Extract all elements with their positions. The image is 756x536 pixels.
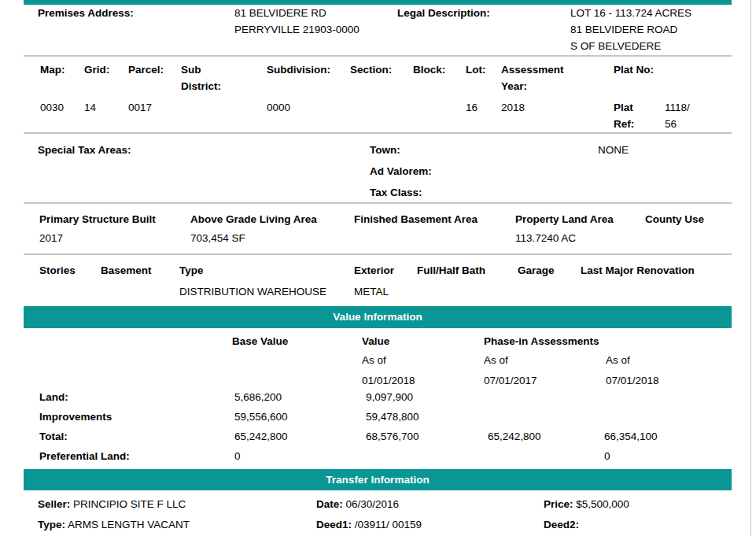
date-value: 06/30/2016 (346, 498, 400, 510)
value-column-header: Value (362, 335, 389, 347)
improvements-row-label: Improvements (39, 411, 112, 423)
land-value: 9,097,900 (366, 391, 413, 403)
date-field: Date: 06/30/2016 (316, 498, 399, 510)
tax-class-label: Tax Class: (370, 187, 422, 198)
plat-ref-label-line-2: Ref: (614, 118, 634, 130)
county-use-header: County Use (645, 213, 704, 225)
seller-field: Seller: PRINCIPIO SITE F LLC (38, 498, 186, 510)
parcel-header: Parcel: (128, 64, 164, 76)
premises-address-label: Premises Address: (38, 7, 134, 19)
ad-valorem-label: Ad Valorem: (370, 165, 432, 177)
lot-header: Lot: (466, 64, 485, 76)
top-accent-bar (24, 0, 732, 5)
premises-address-line-2: PERRYVILLE 21903-0000 (234, 24, 360, 35)
primary-structure-built-header: Primary Structure Built (39, 213, 156, 225)
plat-ref-value-line-1: 1118/ (665, 102, 690, 113)
subdivision-header: Subdivision: (267, 64, 330, 76)
plat-ref-label-line-1: Plat (614, 102, 633, 113)
seller-value: PRINCIPIO SITE F LLC (73, 498, 186, 510)
phase2-as-of-date: 07/01/2018 (606, 375, 659, 386)
phase1-as-of-date: 07/01/2017 (484, 375, 537, 386)
grid-value: 14 (84, 102, 96, 113)
exterior-value: METAL (354, 286, 389, 298)
legal-description-label: Legal Description: (397, 7, 490, 19)
improvements-value: 59,478,800 (366, 411, 419, 423)
block-header: Block: (413, 64, 445, 76)
as-of-label: As of (362, 354, 386, 366)
primary-structure-built-value: 2017 (39, 232, 63, 244)
deed2-field: Deed2: (544, 519, 579, 530)
last-major-renovation-header: Last Major Renovation (581, 264, 695, 276)
assessment-year-value: 2018 (501, 102, 525, 113)
section-header: Section: (350, 64, 392, 76)
section-divider (24, 132, 732, 134)
total-row-label: Total: (39, 431, 68, 442)
type-field: Type: ARMS LENGTH VACANT (38, 519, 190, 530)
seller-label: Seller: (38, 498, 70, 510)
above-grade-living-area-header: Above Grade Living Area (190, 213, 317, 225)
assessment-year-header-line-2: Year: (501, 80, 527, 92)
preferential-land-row-label: Preferential Land: (39, 450, 130, 462)
grid-header: Grid: (84, 64, 109, 76)
base-value-column-header: Base Value (232, 335, 288, 347)
stories-header: Stories (39, 264, 76, 276)
garage-header: Garage (518, 264, 555, 276)
property-record-page: Premises Address: 81 BELVIDERE RD PERRYV… (0, 0, 756, 536)
special-tax-areas-label: Special Tax Areas: (38, 144, 131, 156)
as-of-label: As of (484, 354, 508, 366)
deed1-value: /03911/ 00159 (355, 519, 422, 530)
preferential-land-phase2-value: 0 (604, 450, 610, 462)
price-label: Price: (544, 498, 573, 510)
section-divider (24, 202, 732, 204)
preferential-land-base-value: 0 (234, 450, 241, 462)
plat-no-header: Plat No: (614, 64, 654, 76)
town-value: NONE (598, 144, 629, 156)
town-label: Town: (370, 144, 400, 156)
parcel-value: 0017 (128, 102, 152, 113)
exterior-header: Exterior (354, 264, 394, 276)
phase-in-assessments-column-header: Phase-in Assessments (484, 335, 599, 347)
map-value: 0030 (40, 102, 64, 113)
type-value: ARMS LENGTH VACANT (68, 519, 190, 530)
above-grade-living-area-value: 703,454 SF (190, 232, 245, 244)
full-half-bath-header: Full/Half Bath (417, 264, 485, 276)
total-value: 68,576,700 (366, 431, 419, 442)
deed1-field: Deed1: /03911/ 00159 (316, 519, 422, 530)
type-header: Type (179, 264, 204, 276)
total-phase1-value: 65,242,800 (488, 431, 541, 442)
value-as-of-date: 01/01/2018 (362, 375, 415, 386)
property-land-area-header: Property Land Area (515, 213, 614, 225)
sub-district-header-line-2: District: (181, 80, 221, 92)
plat-ref-value-line-2: 56 (665, 118, 677, 130)
transfer-information-header-bar: Transfer Information (24, 469, 732, 490)
legal-description-line-2: 81 BELVIDERE ROAD (570, 24, 677, 35)
date-label: Date: (316, 498, 343, 510)
section-divider (24, 55, 732, 57)
total-phase2-value: 66,354,100 (604, 431, 658, 442)
sub-district-header-line-1: Sub (181, 64, 201, 76)
type-label: Type: (38, 519, 65, 530)
assessment-year-header-line-1: Assessment (501, 64, 564, 76)
basement-header: Basement (101, 264, 152, 276)
legal-description-line-1: LOT 16 - 113.724 ACRES (570, 7, 691, 19)
page-right-border (750, 0, 751, 536)
premises-address-line-1: 81 BELVIDERE RD (234, 7, 326, 19)
improvements-base-value: 59,556,600 (234, 411, 288, 423)
price-value: $5,500,000 (576, 498, 629, 510)
deed2-label: Deed2: (544, 519, 579, 530)
lot-value: 16 (466, 102, 478, 113)
property-land-area-value: 113.7240 AC (515, 232, 576, 244)
finished-basement-area-header: Finished Basement Area (354, 213, 478, 225)
map-header: Map: (40, 64, 65, 76)
value-information-header-bar: Value Information (24, 306, 732, 328)
total-base-value: 65,242,800 (234, 431, 288, 442)
price-field: Price: $5,500,000 (544, 498, 629, 510)
land-base-value: 5,686,200 (234, 391, 282, 403)
subdivision-value: 0000 (267, 102, 290, 113)
land-row-label: Land: (39, 391, 68, 403)
legal-description-line-3: S OF BELVEDERE (570, 40, 661, 52)
deed1-label: Deed1: (316, 519, 352, 530)
building-type-value: DISTRIBUTION WAREHOUSE (179, 286, 326, 298)
as-of-label: As of (606, 354, 630, 366)
section-divider (24, 253, 732, 255)
